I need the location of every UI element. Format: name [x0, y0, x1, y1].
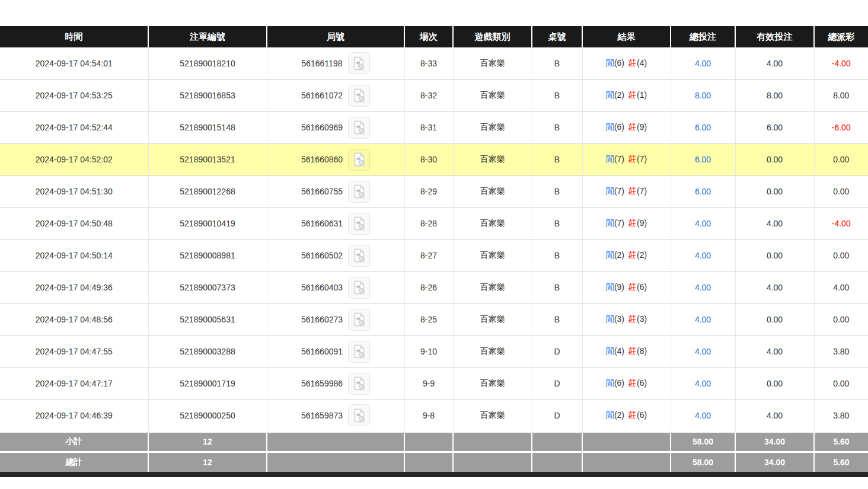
video-replay-icon — [353, 280, 366, 295]
banker-score: (9) — [637, 218, 647, 228]
video-replay-button[interactable] — [348, 181, 370, 203]
table-no-cell: B — [532, 303, 582, 335]
session-cell: 9-8 — [404, 399, 453, 432]
table-row: 2024-09-17 04:48:56 521890005631 5616602… — [0, 303, 868, 335]
video-replay-button[interactable] — [348, 117, 370, 139]
table-body: 2024-09-17 04:54:01 521890018210 5616611… — [0, 47, 868, 432]
table-row: 2024-09-17 04:49:36 521890007373 5616604… — [0, 271, 868, 303]
video-replay-button[interactable] — [348, 373, 370, 395]
valid-bet-cell: 0.00 — [735, 175, 814, 207]
video-replay-icon — [353, 344, 366, 359]
video-replay-button[interactable] — [348, 149, 370, 171]
video-replay-button[interactable] — [348, 341, 370, 363]
table-row: 2024-09-17 04:51:30 521890012268 5616607… — [0, 175, 868, 207]
col-header-table-no: 桌號 — [532, 26, 582, 47]
player-score: (2) — [614, 410, 624, 420]
total-bet-cell: 6.00 — [671, 111, 735, 143]
round-id: 561660502 — [301, 251, 343, 260]
player-score: (4) — [614, 346, 624, 356]
total-bet-cell: 4.00 — [671, 271, 735, 303]
valid-bet-cell: 4.00 — [735, 335, 814, 367]
banker-label: 莊 — [628, 90, 637, 100]
table-no-cell: B — [532, 111, 582, 143]
total-bet-cell: 6.00 — [671, 143, 735, 175]
bet-id-cell: 521890000250 — [148, 399, 267, 432]
session-cell: 9-10 — [404, 335, 453, 367]
banker-label: 莊 — [628, 378, 637, 388]
subtotal-row: 小計 12 58.00 34.00 5.60 — [0, 432, 868, 452]
header-row: 時間 注單編號 局號 場次 遊戲類別 桌號 結果 總投注 有效投注 總派彩 — [0, 26, 868, 47]
video-replay-button[interactable] — [348, 404, 370, 426]
payout-cell: 0.00 — [814, 143, 868, 175]
video-replay-button[interactable] — [348, 213, 370, 235]
video-replay-icon — [353, 152, 366, 167]
table-header: 時間 注單編號 局號 場次 遊戲類別 桌號 結果 總投注 有效投注 總派彩 — [0, 26, 868, 47]
round-cell: 561660631 — [267, 207, 404, 239]
col-header-valid-bet: 有效投注 — [735, 26, 814, 47]
video-replay-button[interactable] — [348, 52, 370, 74]
banker-score: (8) — [637, 346, 647, 356]
total-bet-cell: 4.00 — [671, 367, 735, 399]
banker-label: 莊 — [628, 282, 637, 292]
video-replay-button[interactable] — [348, 245, 370, 267]
game-type-cell: 百家樂 — [453, 111, 532, 143]
result-cell: 閒(7)莊(9) — [582, 207, 671, 239]
col-header-bet-id: 注單編號 — [148, 26, 267, 47]
game-type-cell: 百家樂 — [453, 335, 532, 367]
banker-label: 莊 — [628, 218, 637, 228]
col-header-time: 時間 — [0, 26, 148, 47]
player-score: (2) — [614, 250, 624, 260]
payout-cell: -4.00 — [814, 207, 868, 239]
banker-label: 莊 — [628, 410, 637, 420]
round-id: 561660631 — [301, 219, 343, 228]
table-no-cell: B — [532, 143, 582, 175]
result-cell: 閒(3)莊(3) — [582, 303, 671, 335]
bet-id-cell: 521890015148 — [148, 111, 267, 143]
total-payout: 5.60 — [814, 452, 868, 472]
subtotal-empty-session — [404, 432, 453, 452]
total-bet-cell: 4.00 — [671, 239, 735, 271]
banker-label: 莊 — [628, 346, 637, 356]
banker-score: (7) — [637, 154, 647, 164]
col-header-result: 結果 — [582, 26, 671, 47]
table-no-cell: D — [532, 335, 582, 367]
banker-score: (6) — [637, 378, 647, 388]
game-type-cell: 百家樂 — [453, 367, 532, 399]
game-type-cell: 百家樂 — [453, 79, 532, 111]
video-replay-icon — [353, 184, 366, 199]
subtotal-total-bet: 58.00 — [671, 432, 735, 452]
video-replay-icon — [352, 56, 365, 71]
player-score: (7) — [614, 218, 624, 228]
round-id: 561660755 — [301, 187, 343, 196]
time-cell: 2024-09-17 04:49:36 — [0, 271, 148, 303]
result-cell: 閒(6)莊(6) — [582, 367, 671, 399]
table-no-cell: D — [532, 399, 582, 432]
video-replay-button[interactable] — [348, 277, 370, 299]
valid-bet-cell: 0.00 — [735, 239, 814, 271]
banker-score: (2) — [637, 250, 647, 260]
bet-id-cell: 521890005631 — [148, 303, 267, 335]
total-empty-session — [404, 452, 453, 472]
round-id: 561660403 — [301, 283, 343, 292]
payout-cell: 8.00 — [814, 79, 868, 111]
table-no-cell: B — [532, 79, 582, 111]
table-footer: 小計 12 58.00 34.00 5.60 總計 12 58.00 — [0, 432, 868, 472]
player-score: (9) — [614, 282, 624, 292]
video-replay-icon — [353, 120, 366, 135]
table-row: 2024-09-17 04:47:55 521890003288 5616600… — [0, 335, 868, 367]
banker-label: 莊 — [628, 122, 637, 132]
session-cell: 8-25 — [404, 303, 453, 335]
round-cell: 561660273 — [267, 303, 404, 335]
payout-cell: 3.80 — [814, 399, 868, 432]
video-replay-button[interactable] — [348, 309, 370, 331]
player-label: 閒 — [606, 186, 614, 196]
subtotal-empty-round — [267, 432, 404, 452]
banker-score: (9) — [637, 122, 647, 132]
table-bottom-bar — [0, 472, 868, 477]
round-cell: 561660755 — [267, 175, 404, 207]
video-replay-icon — [353, 216, 366, 231]
col-header-game-type: 遊戲類別 — [453, 26, 532, 47]
table-row: 2024-09-17 04:52:44 521890015148 5616609… — [0, 111, 868, 143]
bet-id-cell: 521890010419 — [148, 207, 267, 239]
video-replay-button[interactable] — [348, 85, 370, 107]
